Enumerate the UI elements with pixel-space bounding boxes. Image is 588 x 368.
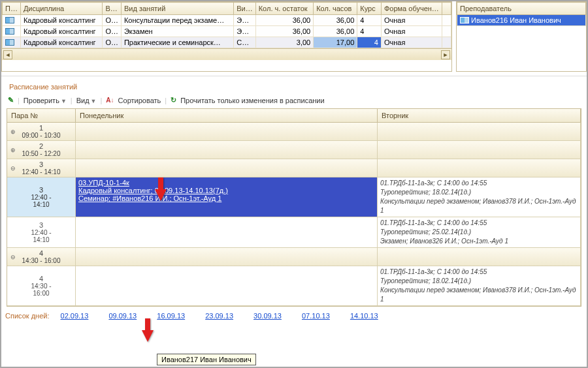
cell: 36,00 bbox=[314, 15, 357, 26]
cell: 4 bbox=[357, 26, 382, 37]
schedule-cell[interactable]: 01.ТРДб-11-1а-3к; С 14:00 до 14:55 Туроп… bbox=[378, 217, 581, 248]
cell: 36,00 bbox=[314, 26, 357, 37]
slot-row-3b[interactable]: 3 12:40 - 14:10 01.ТРДб-11-1а-3к; С 14:0… bbox=[7, 217, 581, 248]
refresh-icon: ↻ bbox=[171, 96, 176, 104]
cell: Очная bbox=[381, 15, 442, 26]
col-header[interactable]: Вид занятий bbox=[121, 3, 233, 15]
col-header[interactable]: Кол. ч. остаток bbox=[255, 3, 313, 15]
cell: 4 bbox=[357, 15, 382, 26]
col-header[interactable]: В… bbox=[103, 3, 122, 15]
scroll-right-icon[interactable]: ► bbox=[441, 50, 450, 59]
col-header[interactable]: Курс bbox=[357, 3, 382, 15]
view-button[interactable]: Вид▼ bbox=[76, 97, 97, 104]
chart-icon bbox=[5, 39, 14, 46]
expand-icon[interactable]: ⊕ bbox=[10, 129, 16, 135]
slot-header-1[interactable]: ⊕ 1 09:00 - 10:30 bbox=[7, 123, 581, 141]
col-pair[interactable]: Пара № bbox=[7, 109, 76, 123]
cell: О… bbox=[103, 37, 122, 48]
group-link[interactable]: 03.УПД-10-1-4к bbox=[78, 179, 129, 187]
day-link[interactable]: 23.09.13 bbox=[205, 312, 233, 320]
schedule-header: Пара № Понедельник Вторник bbox=[7, 109, 581, 123]
col-header[interactable]: П… bbox=[3, 3, 21, 15]
cell: Кадровый консалтинг bbox=[20, 26, 102, 37]
chevron-down-icon: ▼ bbox=[90, 98, 97, 104]
table-row[interactable]: Кадровый консалтинг О… Экзамен Э… 36,00 … bbox=[3, 26, 451, 37]
col-header-blank bbox=[442, 3, 451, 15]
cell: О… bbox=[103, 15, 122, 26]
cell: 3,00 bbox=[255, 37, 313, 48]
cell: Кадровый консалтинг bbox=[20, 15, 102, 26]
collapse-icon[interactable]: ⊖ bbox=[10, 165, 16, 172]
teacher-header[interactable]: Преподаватель bbox=[457, 3, 586, 15]
pencil-icon[interactable]: ✎ bbox=[8, 96, 14, 104]
cell: Практические и семинарск… bbox=[121, 37, 233, 48]
teacher-name: Иванов216 Иван Иванович bbox=[471, 16, 561, 24]
day-link[interactable]: 16.09.13 bbox=[157, 312, 185, 320]
top-panels: П… Дисциплина В… Вид занятий Ви… Кол. ч.… bbox=[1, 1, 587, 72]
cell: 36,00 bbox=[255, 26, 313, 37]
cell: Кадровый консалтинг bbox=[20, 37, 102, 48]
chart-icon bbox=[5, 28, 14, 35]
schedule-grid: Пара № Понедельник Вторник ⊕ 1 09:00 - 1… bbox=[7, 108, 581, 307]
slot-header-4[interactable]: ⊖ 4 14:30 - 16:00 bbox=[7, 248, 581, 266]
day-link[interactable]: 14.10.13 bbox=[350, 312, 378, 320]
col-monday[interactable]: Понедельник bbox=[76, 109, 378, 123]
scroll-left-icon[interactable]: ◄ bbox=[3, 50, 12, 59]
slot-row-4a[interactable]: 4 14:30 - 16:00 01.ТРДб-11-1а-3к; С 14:0… bbox=[7, 266, 581, 306]
sort-button[interactable]: Сортировать bbox=[118, 97, 161, 104]
chart-icon bbox=[460, 17, 469, 23]
chevron-down-icon: ▼ bbox=[59, 98, 67, 104]
detail-link[interactable]: Семинар; #Иванов216 И.И.; Осн-1эт.-Ауд 1 bbox=[78, 194, 221, 202]
cell: О… bbox=[103, 26, 122, 37]
annotation-arrow-icon bbox=[155, 189, 167, 201]
teacher-selected-row[interactable]: Иванов216 Иван Иванович bbox=[457, 15, 586, 26]
day-link[interactable]: 09.09.13 bbox=[108, 312, 137, 320]
day-list-label: Список дней: bbox=[5, 312, 49, 320]
reread-button[interactable]: Прочитать только изменения в расписании bbox=[180, 97, 324, 104]
cell: Э… bbox=[234, 26, 255, 37]
discipline-link[interactable]: Кадровый консалтинг; 02.09.13-14.10.13(7… bbox=[78, 187, 228, 194]
schedule-cell-selected[interactable]: 03.УПД-10-1-4к Кадровый консалтинг; 02.0… bbox=[76, 177, 378, 217]
schedule-cell[interactable]: 01.ТРДб-11-1а-3к; С 14:00 до 14:55 Туроп… bbox=[378, 266, 581, 306]
col-header[interactable]: Ви… bbox=[234, 3, 255, 15]
expand-icon[interactable]: ⊕ bbox=[10, 147, 16, 153]
tooltip: Иванов217 Иван Иванович bbox=[157, 354, 256, 365]
day-link[interactable]: 30.09.13 bbox=[253, 312, 282, 320]
horizontal-scrollbar[interactable]: ◄ ► bbox=[2, 48, 451, 60]
toolbar: ✎ | Проверить▼ | Вид▼ | A↓ Сортировать |… bbox=[1, 93, 587, 107]
cell: С… bbox=[234, 37, 255, 48]
teacher-grid[interactable]: Преподаватель Иванов216 Иван Иванович bbox=[456, 1, 587, 72]
cell: Очная bbox=[381, 26, 442, 37]
cell: Э… bbox=[234, 15, 255, 26]
section-title: Расписание занятий bbox=[1, 76, 587, 93]
slot-row-3a[interactable]: 3 12:40 - 14:10 03.УПД-10-1-4к Кадровый … bbox=[7, 177, 581, 217]
table-row[interactable]: Кадровый консалтинг О… Консультации пере… bbox=[3, 15, 451, 26]
cell: 17,00 bbox=[314, 37, 357, 48]
annotation-arrow-icon bbox=[142, 330, 154, 342]
col-header[interactable]: Дисциплина bbox=[20, 3, 102, 15]
grid-header-row: П… Дисциплина В… Вид занятий Ви… Кол. ч.… bbox=[3, 3, 451, 15]
day-link[interactable]: 02.09.13 bbox=[61, 312, 89, 320]
col-header[interactable]: Форма обучен… bbox=[381, 3, 442, 15]
schedule-cell[interactable]: 01.ТРДб-11-1а-3к; С 14:00 до 14:55 Туроп… bbox=[378, 177, 581, 217]
day-link[interactable]: 07.10.13 bbox=[302, 312, 330, 320]
cell: Экзамен bbox=[121, 26, 233, 37]
check-button[interactable]: Проверить▼ bbox=[24, 97, 67, 104]
day-list: Список дней: 02.09.13 09.09.13 16.09.13 … bbox=[1, 307, 587, 322]
col-header[interactable]: Кол. часов bbox=[314, 3, 357, 15]
col-tuesday[interactable]: Вторник bbox=[378, 109, 581, 123]
table-row-selected[interactable]: Кадровый консалтинг О… Практические и се… bbox=[3, 37, 451, 48]
cell: 36,00 bbox=[255, 15, 313, 26]
collapse-icon[interactable]: ⊖ bbox=[10, 254, 16, 260]
cell: Очная bbox=[381, 37, 442, 48]
discipline-grid[interactable]: П… Дисциплина В… Вид занятий Ви… Кол. ч.… bbox=[1, 1, 452, 72]
sort-icon: A↓ bbox=[106, 97, 114, 104]
slot-header-3[interactable]: ⊖ 3 12:40 - 14:10 bbox=[7, 159, 581, 177]
slot-header-2[interactable]: ⊕ 2 10:50 - 12:20 bbox=[7, 141, 581, 159]
cell: Консультации перед экзаме… bbox=[121, 15, 233, 26]
cell-selected: 4 bbox=[357, 37, 382, 48]
chart-icon bbox=[5, 17, 14, 23]
